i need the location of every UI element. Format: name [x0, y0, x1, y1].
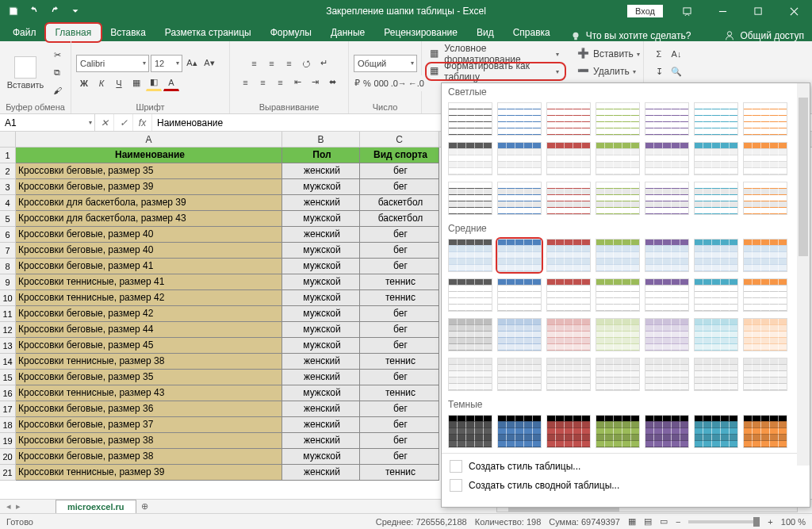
- maximize-icon[interactable]: [741, 0, 776, 22]
- table-style-thumb[interactable]: [448, 182, 492, 215]
- delete-cells-button[interactable]: ➖Удалить▾: [574, 63, 642, 79]
- tab-home[interactable]: Главная: [46, 24, 102, 41]
- col-header-a[interactable]: A: [16, 132, 282, 147]
- fill-color-icon[interactable]: ◧: [146, 75, 162, 91]
- table-style-thumb[interactable]: [645, 318, 689, 351]
- table-style-thumb[interactable]: [694, 102, 738, 136]
- currency-icon[interactable]: ₽: [354, 75, 361, 91]
- table-style-thumb[interactable]: [596, 239, 640, 272]
- table-style-thumb[interactable]: [645, 182, 689, 215]
- table-style-thumb[interactable]: [596, 142, 640, 175]
- table-style-thumb[interactable]: [743, 415, 787, 448]
- undo-icon[interactable]: [25, 2, 43, 20]
- table-style-thumb[interactable]: [645, 415, 689, 448]
- table-style-thumb[interactable]: [596, 278, 640, 312]
- align-center-icon[interactable]: ≡: [255, 75, 271, 90]
- font-color-icon[interactable]: A: [163, 75, 179, 91]
- redo-icon[interactable]: [46, 2, 63, 20]
- table-style-thumb[interactable]: [497, 278, 542, 312]
- bold-button[interactable]: Ж: [76, 75, 92, 91]
- login-button[interactable]: Вход: [627, 5, 663, 17]
- tab-file[interactable]: Файл: [3, 24, 46, 41]
- new-table-style-button[interactable]: Создать стиль таблицы...: [442, 457, 810, 476]
- table-style-thumb[interactable]: [694, 415, 738, 448]
- table-style-thumb[interactable]: [694, 182, 738, 215]
- table-style-thumb[interactable]: [546, 239, 591, 272]
- table-style-thumb[interactable]: [448, 278, 492, 312]
- table-style-thumb[interactable]: [546, 142, 591, 175]
- select-all-corner[interactable]: [0, 132, 16, 147]
- table-style-thumb[interactable]: [645, 239, 689, 272]
- table-style-thumb[interactable]: [497, 415, 542, 448]
- table-style-thumb[interactable]: [497, 142, 542, 175]
- sheet-prev-icon[interactable]: ◂: [6, 501, 11, 512]
- new-pivot-style-button[interactable]: Создать стиль сводной таблицы...: [442, 476, 810, 495]
- table-style-thumb[interactable]: [743, 358, 787, 391]
- table-style-thumb[interactable]: [596, 415, 640, 448]
- table-style-thumb[interactable]: [694, 318, 738, 351]
- align-left-icon[interactable]: ≡: [238, 75, 254, 90]
- view-break-icon[interactable]: ▭: [660, 516, 668, 527]
- tab-formulas[interactable]: Формулы: [261, 24, 321, 41]
- gallery-scrollbar[interactable]: [797, 83, 810, 466]
- format-painter-icon[interactable]: 🖌: [49, 82, 65, 98]
- table-style-thumb[interactable]: [448, 142, 492, 175]
- find-icon[interactable]: 🔍: [668, 63, 684, 79]
- tab-page-layout[interactable]: Разметка страницы: [155, 24, 261, 41]
- table-style-thumb[interactable]: [448, 239, 492, 272]
- zoom-in-icon[interactable]: +: [768, 517, 772, 527]
- italic-button[interactable]: К: [94, 75, 109, 91]
- table-style-thumb[interactable]: [596, 182, 640, 215]
- underline-button[interactable]: Ч: [111, 75, 127, 91]
- table-style-thumb[interactable]: [448, 102, 492, 136]
- table-style-thumb[interactable]: [743, 142, 787, 175]
- zoom-slider[interactable]: [688, 520, 760, 523]
- wrap-text-icon[interactable]: ↵: [316, 56, 332, 71]
- increase-font-icon[interactable]: A▴: [184, 56, 200, 71]
- table-style-thumb[interactable]: [497, 358, 542, 391]
- merge-icon[interactable]: ⬌: [325, 75, 341, 90]
- table-style-thumb[interactable]: [596, 318, 640, 351]
- col-header-c[interactable]: C: [360, 132, 439, 147]
- font-name-select[interactable]: Calibri▾: [76, 55, 149, 72]
- border-icon[interactable]: ▦: [128, 75, 144, 91]
- enter-formula-icon[interactable]: ✓: [114, 114, 133, 131]
- cancel-formula-icon[interactable]: ✕: [95, 114, 114, 131]
- fill-icon[interactable]: ↧: [651, 63, 667, 79]
- paste-button[interactable]: Вставить: [5, 48, 46, 98]
- table-style-thumb[interactable]: [743, 318, 787, 351]
- table-style-thumb[interactable]: [546, 415, 591, 448]
- insert-cells-button[interactable]: ➕Вставить▾: [574, 46, 645, 62]
- table-style-thumb[interactable]: [743, 239, 787, 272]
- zoom-level[interactable]: 100 %: [781, 517, 806, 527]
- number-format-select[interactable]: Общий▾: [354, 55, 417, 72]
- font-size-select[interactable]: 12▾: [151, 55, 182, 72]
- ribbon-options-icon[interactable]: [669, 0, 705, 22]
- share-button[interactable]: Общий доступ: [740, 30, 804, 41]
- table-style-thumb[interactable]: [546, 278, 591, 312]
- add-sheet-icon[interactable]: ⊕: [136, 501, 154, 512]
- table-style-thumb[interactable]: [497, 102, 542, 136]
- tab-data[interactable]: Данные: [321, 24, 374, 41]
- table-style-thumb[interactable]: [694, 142, 738, 175]
- align-bottom-icon[interactable]: ≡: [282, 56, 297, 71]
- table-style-thumb[interactable]: [448, 318, 492, 351]
- orientation-icon[interactable]: ⭯: [299, 56, 315, 71]
- decrease-font-icon[interactable]: A▾: [201, 56, 217, 71]
- name-box[interactable]: A1▾: [0, 114, 95, 131]
- sort-filter-icon[interactable]: A↓: [668, 46, 684, 62]
- align-top-icon[interactable]: ≡: [247, 56, 262, 71]
- sheet-next-icon[interactable]: ▸: [16, 501, 21, 512]
- table-style-thumb[interactable]: [694, 358, 738, 391]
- tab-review[interactable]: Рецензирование: [374, 24, 467, 41]
- table-style-thumb[interactable]: [743, 278, 787, 312]
- table-style-thumb[interactable]: [694, 239, 738, 272]
- autosum-icon[interactable]: Σ: [651, 46, 667, 62]
- table-style-thumb[interactable]: [645, 102, 689, 136]
- close-icon[interactable]: [776, 0, 812, 22]
- table-style-thumb[interactable]: [497, 182, 542, 215]
- table-style-thumb[interactable]: [743, 102, 787, 136]
- tell-me-input[interactable]: Что вы хотите сделать?: [586, 30, 691, 41]
- zoom-out-icon[interactable]: −: [676, 517, 680, 527]
- table-style-thumb[interactable]: [743, 182, 787, 215]
